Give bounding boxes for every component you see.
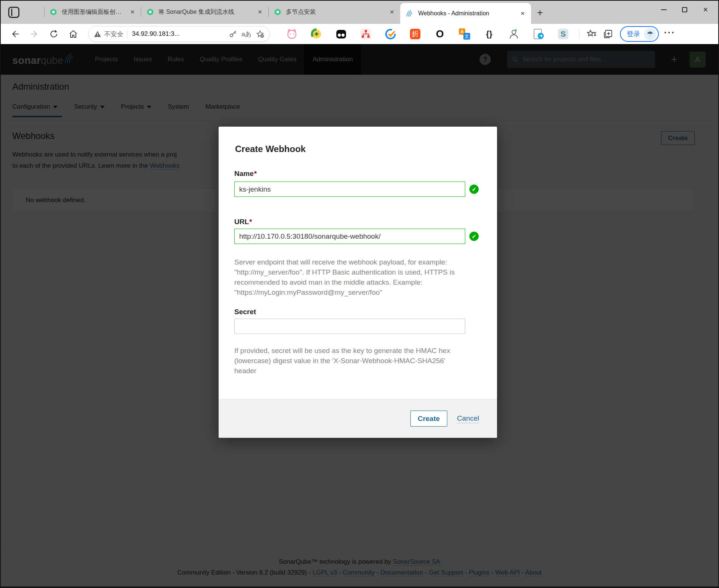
tab-strip: 使用图形编辑面板创建流水线 × 将 SonarQube 集成到流水线 × 多节点… bbox=[0, 0, 719, 24]
tab-title: 使用图形编辑面板创建流水线 bbox=[62, 8, 126, 16]
discount-extension-icon[interactable]: 折 bbox=[409, 28, 421, 40]
tab-title: Webhooks - Administration bbox=[418, 10, 516, 17]
browser-tab-1[interactable]: 使用图形编辑面板创建流水线 × bbox=[44, 0, 141, 24]
required-asterisk: * bbox=[249, 218, 252, 226]
kubesphere-icon bbox=[274, 8, 281, 16]
secret-help-text: If provided, secret will be used as the … bbox=[234, 346, 450, 376]
login-label: 登录 bbox=[627, 30, 640, 38]
collections-button[interactable] bbox=[600, 29, 616, 39]
modal-footer: Create Cancel bbox=[219, 399, 497, 438]
green-clip-extension-icon[interactable] bbox=[311, 28, 323, 40]
browser-tab-3[interactable]: 多节点安装 × bbox=[269, 0, 400, 24]
kubesphere-icon bbox=[146, 8, 154, 16]
url-input[interactable] bbox=[234, 229, 465, 244]
create-webhook-modal: Create Webhook Name* ✓ URL* ✓ Server end… bbox=[219, 127, 497, 438]
password-key-icon[interactable] bbox=[229, 30, 237, 38]
close-icon: × bbox=[703, 5, 708, 15]
maximize-button[interactable] bbox=[674, 0, 695, 19]
favorites-button[interactable] bbox=[583, 29, 600, 39]
person-extension-icon[interactable] bbox=[508, 28, 520, 40]
close-button[interactable]: × bbox=[695, 0, 716, 19]
tab-title: 将 SonarQube 集成到流水线 bbox=[158, 8, 254, 16]
tab-close-icon[interactable]: × bbox=[519, 9, 526, 18]
tab-actions-menu-icon[interactable] bbox=[8, 7, 19, 18]
add-favorite-star-icon[interactable] bbox=[256, 30, 264, 38]
url-valid-check-icon: ✓ bbox=[469, 232, 479, 241]
minimize-button[interactable] bbox=[653, 0, 674, 19]
address-divider bbox=[127, 30, 127, 38]
modal-create-button[interactable]: Create bbox=[410, 411, 447, 427]
sitemap-extension-icon[interactable] bbox=[360, 28, 372, 40]
collections-icon bbox=[603, 29, 613, 39]
secret-input[interactable] bbox=[234, 319, 465, 334]
refresh-button[interactable] bbox=[44, 29, 64, 39]
sonarqube-icon bbox=[405, 9, 414, 18]
name-label: Name* bbox=[234, 170, 257, 178]
not-secure-warning-icon bbox=[94, 31, 101, 37]
browser-toolbar: 不安全 34.92.90.181:3... aあ bbox=[0, 24, 719, 44]
address-bar[interactable]: 不安全 34.92.90.181:3... aあ bbox=[88, 26, 270, 42]
browser-tab-2[interactable]: 将 SonarQube 集成到流水线 × bbox=[141, 0, 268, 24]
forward-icon bbox=[30, 29, 39, 39]
url-help-text: Server endpoint that will receive the we… bbox=[234, 257, 455, 297]
browser-window: 使用图形编辑面板创建流水线 × 将 SonarQube 集成到流水线 × 多节点… bbox=[0, 0, 719, 588]
todo-check-extension-icon[interactable] bbox=[385, 28, 396, 40]
minimize-icon bbox=[661, 9, 667, 10]
kubesphere-icon bbox=[50, 8, 57, 16]
avatar: ☂ bbox=[644, 28, 656, 40]
required-asterisk: * bbox=[254, 170, 257, 177]
tab-close-icon[interactable]: × bbox=[389, 8, 395, 16]
panda-extension-icon[interactable] bbox=[335, 28, 347, 40]
login-button[interactable]: 登录 ☂ bbox=[620, 26, 659, 42]
home-button[interactable] bbox=[64, 29, 83, 39]
translate-extension-icon[interactable]: A文 bbox=[459, 28, 470, 40]
letter-o-extension-icon[interactable]: O bbox=[434, 28, 446, 40]
favorites-star-icon bbox=[587, 29, 596, 39]
name-valid-check-icon: ✓ bbox=[469, 185, 479, 194]
back-button[interactable] bbox=[5, 29, 25, 39]
maximize-icon bbox=[682, 7, 687, 12]
sonarqube-page: sonarqube Projects Issues Rules Quality … bbox=[0, 44, 719, 588]
cat-extension-icon[interactable] bbox=[286, 28, 298, 40]
name-input[interactable] bbox=[234, 182, 465, 197]
secret-label: Secret bbox=[234, 308, 256, 316]
tab-close-icon[interactable]: × bbox=[129, 8, 136, 16]
new-tab-button[interactable]: + bbox=[537, 7, 543, 19]
modal-cancel-link[interactable]: Cancel bbox=[457, 414, 479, 423]
extensions-row: 折 O A文 {} S bbox=[280, 28, 575, 40]
url-label: URL* bbox=[234, 218, 252, 226]
back-icon bbox=[10, 29, 20, 39]
tab-close-icon[interactable]: × bbox=[257, 8, 263, 16]
browser-menu-button[interactable]: ··· bbox=[664, 27, 675, 38]
modal-title: Create Webhook bbox=[235, 144, 306, 154]
url-text[interactable]: 34.92.90.181:3... bbox=[132, 30, 224, 38]
refresh-icon bbox=[49, 29, 59, 39]
tab-title: 多节点安装 bbox=[286, 8, 386, 16]
forward-button[interactable] bbox=[25, 29, 44, 39]
letter-s-extension-icon[interactable]: S bbox=[557, 28, 569, 40]
braces-extension-icon[interactable]: {} bbox=[483, 28, 495, 40]
security-label[interactable]: 不安全 bbox=[104, 30, 123, 38]
browser-tab-active[interactable]: Webhooks - Administration × bbox=[400, 3, 531, 24]
share-page-extension-icon[interactable] bbox=[533, 28, 544, 40]
translate-page-icon[interactable]: aあ bbox=[241, 30, 252, 38]
home-icon bbox=[68, 29, 78, 39]
window-controls: × bbox=[653, 0, 716, 24]
toolbar-separator bbox=[579, 29, 580, 39]
